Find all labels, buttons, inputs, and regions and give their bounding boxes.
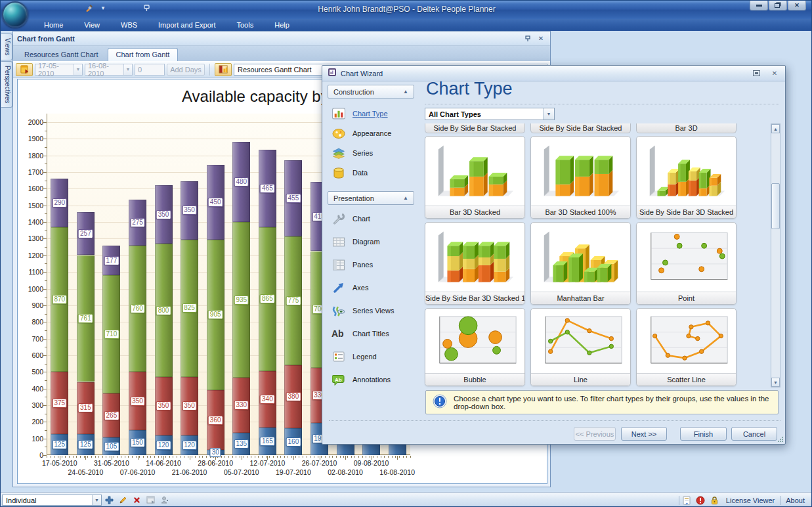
gallery-tile-partial-side-by-side-bar-stacked[interactable]: Side By Side Bar Stacked bbox=[425, 123, 525, 133]
license-lock-icon[interactable] bbox=[708, 495, 721, 506]
gallery-tile-bar-3d-stacked[interactable]: Bar 3D Stacked bbox=[425, 136, 525, 219]
pin-icon[interactable] bbox=[523, 34, 533, 43]
finish-button[interactable]: Finish bbox=[680, 427, 727, 441]
menu-item-tools[interactable]: Tools bbox=[226, 19, 265, 31]
x-axis-label: 24-05-2010 bbox=[59, 468, 112, 476]
scrollbar-thumb[interactable] bbox=[771, 183, 780, 229]
gallery-tile-side-by-side-bar-3d-stacked[interactable]: Side By Side Bar 3D Stacked bbox=[636, 136, 737, 219]
add-person-icon[interactable] bbox=[158, 495, 171, 506]
gallery-tile-side-by-side-bar-3d-stacked-100[interactable]: Side By Side Bar 3D Stacked 100% bbox=[425, 222, 525, 305]
bar-value-label: 865 bbox=[260, 294, 275, 303]
wizard-close-icon[interactable]: ✕ bbox=[769, 69, 780, 78]
application-logo[interactable] bbox=[2, 1, 28, 28]
delete-icon[interactable] bbox=[131, 495, 143, 506]
about-link[interactable]: About bbox=[780, 496, 810, 504]
y-axis-label: 1000 bbox=[19, 285, 43, 293]
svg-text:Ab: Ab bbox=[335, 376, 342, 382]
wizard-nav-axes[interactable]: Axes bbox=[328, 279, 417, 296]
date-range-icon[interactable] bbox=[16, 63, 33, 76]
wizard-nav-chart[interactable]: Chart bbox=[328, 210, 417, 227]
previous-button[interactable]: << Previous bbox=[574, 427, 616, 441]
y-axis-label: 1500 bbox=[19, 202, 43, 209]
gallery-tile-partial-bar-3d[interactable]: Bar 3D bbox=[636, 123, 737, 133]
minimize-button[interactable] bbox=[750, 1, 768, 11]
bar-value-label: 350 bbox=[156, 210, 171, 219]
close-icon[interactable]: ✕ bbox=[536, 34, 546, 43]
wizard-nav-panes[interactable]: Panes bbox=[328, 256, 417, 273]
toolbar-separator bbox=[209, 64, 210, 76]
gallery-scrollbar[interactable]: ▲ ▼ bbox=[771, 123, 780, 387]
wizard-page-title: Chart Type bbox=[426, 79, 513, 99]
side-tab-views[interactable]: Views bbox=[1, 33, 12, 60]
add-icon[interactable] bbox=[103, 495, 116, 506]
bar-value-label: 375 bbox=[52, 399, 67, 408]
tab-resources-gantt-chart[interactable]: Resources Gantt Chart bbox=[16, 49, 106, 61]
panel-header: Chart from Gantt ✕ bbox=[13, 32, 550, 46]
menu-item-wbs[interactable]: WBS bbox=[110, 19, 148, 31]
thumbnail-line-icon bbox=[534, 311, 628, 372]
gallery-tile-manhattan-bar[interactable]: Manhattan Bar bbox=[530, 222, 631, 305]
x-axis-label: 16-08-2010 bbox=[371, 468, 423, 476]
dropdown-arrow-icon[interactable]: ▼ bbox=[74, 64, 82, 75]
add-days-button[interactable]: Add Days bbox=[167, 64, 205, 76]
dropdown-arrow-icon[interactable]: ▼ bbox=[123, 64, 132, 75]
thumbnail-bar3dstacked-icon bbox=[428, 139, 522, 204]
license-viewer-link[interactable]: License Viewer bbox=[721, 496, 780, 504]
gallery-tile-line[interactable]: Line bbox=[530, 308, 631, 386]
wizard-group-presentation[interactable]: Presentation▲ bbox=[328, 191, 414, 205]
menu-item-home[interactable]: Home bbox=[33, 19, 74, 31]
wizard-title-bar[interactable]: Chart Wizard ✕ bbox=[322, 66, 785, 81]
tab-chart-from-gantt[interactable]: Chart from Gantt bbox=[108, 48, 179, 61]
bar-value-label: 350 bbox=[156, 401, 171, 410]
chart-source-icon[interactable] bbox=[215, 63, 232, 76]
side-tab-perspectives[interactable]: Perspectives bbox=[1, 61, 12, 108]
menu-item-import-and-export[interactable]: Import and Export bbox=[148, 19, 226, 31]
dropdown-arrow-icon[interactable]: ▼ bbox=[92, 495, 101, 505]
alert-icon[interactable] bbox=[694, 495, 707, 506]
wizard-nav-series[interactable]: Series bbox=[328, 144, 417, 162]
thumbnail-point-icon bbox=[639, 225, 733, 290]
wizard-group-construction[interactable]: Construction▲ bbox=[328, 85, 414, 99]
chart-type-filter-dropdown[interactable]: All Chart Types ▼ bbox=[425, 108, 555, 120]
date-to-picker[interactable]: 16-08-2010▼ bbox=[85, 64, 133, 76]
gallery-tile-partial-side-by-side-bar-stacked-100[interactable]: Side By Side Bar Stacked 100% bbox=[530, 123, 631, 133]
date-from-picker[interactable]: 17-05-2010▼ bbox=[35, 64, 83, 76]
bar-value-label: 761 bbox=[78, 314, 93, 323]
gallery-tile-bubble[interactable]: Bubble bbox=[425, 308, 525, 386]
resize-grip[interactable] bbox=[777, 436, 784, 443]
scroll-up-icon[interactable]: ▲ bbox=[771, 124, 780, 133]
chevron-up-icon: ▲ bbox=[403, 89, 408, 95]
close-button[interactable]: ✕ bbox=[788, 1, 806, 11]
gallery-tile-scatter-line[interactable]: Scatter Line bbox=[636, 308, 737, 386]
y-axis-label: 0 bbox=[19, 451, 43, 459]
wizard-nav-legend[interactable]: Legend bbox=[328, 348, 417, 365]
days-input[interactable] bbox=[135, 64, 165, 76]
menu-item-view[interactable]: View bbox=[74, 19, 110, 31]
wizard-minimize-icon[interactable] bbox=[751, 69, 761, 78]
wizard-nav-series-views[interactable]: Series Views bbox=[328, 302, 417, 319]
x-axis-label: 28-06-2010 bbox=[189, 459, 242, 467]
restore-button[interactable] bbox=[769, 1, 787, 11]
next-button[interactable]: Next >> bbox=[621, 427, 667, 441]
report-icon[interactable] bbox=[681, 495, 693, 506]
dropdown-arrow-icon[interactable]: ▼ bbox=[543, 108, 554, 120]
export-window-icon[interactable] bbox=[144, 495, 157, 506]
wizard-nav-data[interactable]: Data bbox=[328, 164, 417, 181]
scope-dropdown[interactable]: Individual ▼ bbox=[2, 495, 102, 506]
chevron-up-icon: ▲ bbox=[403, 195, 408, 201]
gallery-tile-point[interactable]: Point bbox=[636, 222, 737, 305]
bar-value-label: 455 bbox=[286, 194, 301, 203]
scroll-down-icon[interactable]: ▼ bbox=[771, 378, 780, 387]
bar-value-label: 905 bbox=[208, 310, 223, 319]
legend-icon bbox=[330, 350, 347, 363]
wizard-info-text: Choose a chart type you want to use. To … bbox=[454, 395, 771, 410]
wizard-nav-chart-titles[interactable]: AbChart Titles bbox=[328, 325, 417, 342]
cancel-button[interactable]: Cancel bbox=[731, 427, 777, 441]
wizard-nav-diagram[interactable]: Diagram bbox=[328, 233, 417, 250]
wizard-nav-annotations[interactable]: AbAnnotations bbox=[328, 371, 417, 388]
wizard-nav-chart-type[interactable]: Chart Type bbox=[328, 105, 417, 122]
edit-icon[interactable] bbox=[117, 495, 129, 506]
gallery-tile-bar-3d-stacked-100[interactable]: Bar 3D Stacked 100% bbox=[530, 136, 631, 219]
wizard-nav-appearance[interactable]: Appearance bbox=[328, 125, 417, 142]
menu-item-help[interactable]: Help bbox=[264, 19, 300, 31]
